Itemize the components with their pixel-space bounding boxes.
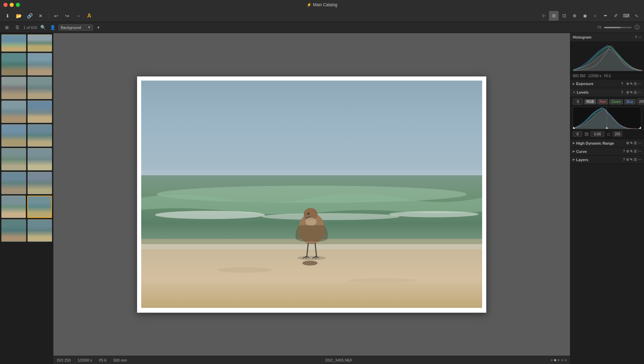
filmstrip-thumb-15[interactable] [1, 196, 26, 218]
maximize-button[interactable] [16, 3, 20, 7]
photo-count: 1 of 816 [23, 25, 37, 30]
film-row-1 [1, 53, 52, 75]
filmstrip-thumb-18[interactable] [28, 219, 52, 242]
hdr-section[interactable]: ▶ High Dynamic Range ⚙ ✎ ☰ ⋯ [570, 139, 644, 147]
chevron-right-hdr-icon: ▶ [573, 142, 575, 145]
levels-output-max[interactable] [613, 131, 622, 137]
svg-point-26 [297, 256, 326, 260]
info-button[interactable]: ⓘ [633, 23, 641, 32]
layers-section[interactable]: ▶ Layers ? ⚙ ✎ ☰ ⋯ [570, 156, 644, 164]
levels-section: ▼ Levels ? ⚙ ✎ ☰ ⋯ RGB Red Green Blue [570, 88, 644, 139]
film-row-3 [1, 101, 52, 123]
filmstrip-thumb-7[interactable] [1, 101, 26, 123]
levels-rgb-button[interactable]: RGB [584, 99, 596, 104]
close-file-button[interactable]: ✕ [36, 11, 45, 21]
exposure-question[interactable]: ? [621, 82, 623, 86]
levels-blue-button[interactable]: Blue [624, 99, 635, 104]
panel-icons: ··· [638, 35, 641, 39]
histogram-title: Histogram [573, 35, 591, 39]
minimize-button[interactable] [10, 3, 14, 7]
user-button[interactable]: 👤 [49, 24, 56, 31]
toolbar-separator-1 [48, 12, 49, 19]
filmstrip-thumb-16-selected[interactable] [27, 196, 52, 218]
toolbar2-right: Fit ⓘ [598, 23, 641, 32]
text-button[interactable]: A [84, 11, 94, 21]
question-icon[interactable]: ? [635, 35, 637, 39]
image-canvas [53, 33, 570, 356]
svg-point-11 [302, 261, 318, 266]
transform-tool[interactable]: ⊕ [570, 11, 579, 21]
open-button[interactable]: 📂 [14, 11, 23, 21]
levels-red-button[interactable]: Red [598, 99, 608, 104]
levels-content: RGB Red Green Blue [570, 96, 644, 139]
filmstrip-thumb-12[interactable] [28, 148, 52, 170]
list-view-button[interactable]: ☰ [13, 23, 21, 32]
svg-point-17 [305, 218, 316, 226]
levels-green-button[interactable]: Green [609, 99, 623, 104]
levels-title: Levels [577, 90, 589, 94]
secondary-toolbar: ⊞ ☰ 1 of 816 🔍 👤 Background ▼ + Fit ⓘ [0, 22, 644, 33]
image-statusbar: ISO 250 1/2000 s f/5.6 500 mm DSC_9455.N… [53, 356, 570, 364]
layers-icons: ? ⚙ ✎ ☰ ⋯ [623, 158, 641, 162]
filmstrip-thumb-5[interactable] [1, 77, 26, 99]
undo-button[interactable]: ↩ [51, 11, 61, 21]
select-tool[interactable]: ⊹ [539, 11, 548, 21]
filmstrip-thumb-14[interactable] [28, 172, 52, 194]
grid-view-button[interactable]: ⊞ [3, 23, 11, 32]
circle-tool[interactable]: ○ [590, 11, 600, 21]
status-icons [551, 359, 567, 361]
dots-icon: ··· [638, 35, 641, 39]
filmstrip-thumb-11[interactable] [1, 148, 26, 170]
forward-button[interactable]: → [73, 11, 83, 21]
filmstrip-thumb-1[interactable] [1, 34, 26, 52]
filmstrip-thumb-8[interactable] [28, 101, 52, 123]
filmstrip-thumb-13[interactable] [1, 172, 26, 194]
levels-question[interactable]: ? [621, 91, 623, 94]
levels-header[interactable]: ▼ Levels ? ⚙ ✎ ☰ ⋯ [570, 88, 644, 96]
exposure-icons: ⚙ ✎ ☰ ⋯ [626, 82, 641, 86]
chevron-down-levels-icon: ▼ [573, 91, 575, 94]
redo-button[interactable]: ↪ [62, 11, 72, 21]
svg-point-5 [262, 213, 399, 220]
curve-section[interactable]: ▶ Curve ? ⚙ ✎ ☰ ⋯ [570, 147, 644, 156]
search-button[interactable]: 🔍 [39, 24, 47, 31]
main-photo-svg [141, 81, 482, 308]
import-button[interactable]: ⬇ [3, 11, 12, 21]
black-point-picker[interactable]: ⬛ [584, 131, 589, 137]
filmstrip-thumb-17[interactable] [1, 219, 26, 242]
mid-point-picker[interactable]: ◻ [606, 131, 611, 137]
filmstrip-thumb-6[interactable] [28, 77, 52, 99]
pen-tool[interactable]: ✒ [601, 11, 610, 21]
window-controls[interactable] [3, 3, 20, 7]
status-shutter: 1/2000 s [77, 358, 92, 362]
close-button[interactable] [3, 3, 8, 7]
histogram-header[interactable]: Histogram ? ··· [570, 33, 644, 41]
levels-input-min[interactable] [573, 98, 583, 105]
lasso-tool[interactable]: ◉ [580, 11, 590, 21]
heal-tool[interactable]: ✐ [611, 11, 621, 21]
levels-input-max[interactable] [637, 98, 644, 105]
levels-output-min[interactable] [573, 131, 582, 137]
filmstrip-thumb-10[interactable] [28, 124, 52, 147]
brush-tool[interactable]: ∿ [632, 11, 641, 21]
window-title: ⚡ Main Catalog [307, 2, 337, 7]
status-dot-5 [564, 359, 567, 361]
histogram-graph-area [570, 41, 644, 72]
clone-tool[interactable]: ⌨ [621, 11, 631, 21]
link-button[interactable]: 🔗 [25, 11, 34, 21]
exposure-header[interactable]: ▶ Exposure ? ⚙ ✎ ☰ ⋯ [570, 80, 644, 88]
add-layer-button[interactable]: + [95, 24, 102, 31]
layer-dropdown[interactable]: Background ▼ [59, 24, 93, 31]
filmstrip-thumb-9[interactable] [1, 124, 26, 147]
filmstrip-thumb-2[interactable] [28, 34, 52, 52]
svg-point-6 [389, 211, 479, 217]
filmstrip[interactable] [0, 33, 53, 364]
hist-shutter: 1/2000 s [588, 74, 601, 78]
rotate-tool[interactable]: ⊡ [559, 11, 569, 21]
levels-output-mid[interactable] [591, 131, 604, 137]
filmstrip-thumb-4[interactable] [28, 53, 52, 75]
filmstrip-thumb-3[interactable] [1, 53, 26, 75]
crop-tool[interactable]: ⊞ [549, 11, 559, 21]
chevron-right-icon: ▶ [573, 82, 575, 85]
chevron-down-icon: ▼ [88, 26, 91, 29]
